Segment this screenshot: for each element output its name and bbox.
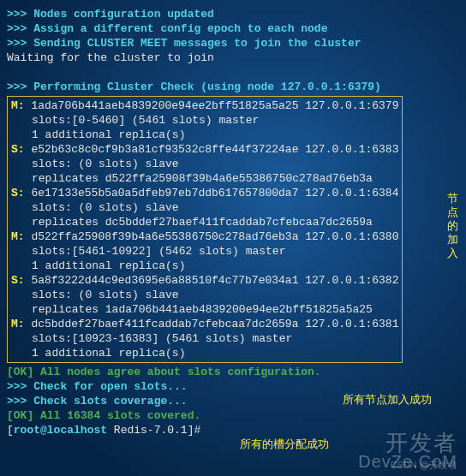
terminal-line <box>7 65 459 80</box>
node-slots: slots: (0 slots) slave <box>11 157 398 171</box>
node-header: M: d522ffa25908f39b4a6e55386750c278ad76e… <box>11 229 398 244</box>
node-header: M: dc5bddef27baef411fcaddab7cfebcaa7dc26… <box>11 317 398 331</box>
terminal-line: >>> Performing Cluster Check (using node… <box>7 80 459 94</box>
annotation-node-join: 节点的加入 <box>447 192 461 260</box>
node-slots: slots:[0-5460] (5461 slots) master <box>11 113 398 128</box>
terminal-line: [OK] All nodes agree about slots configu… <box>7 365 459 379</box>
terminal-preamble: >>> Nodes configuration updated>>> Assig… <box>7 7 459 94</box>
annotation-all-joined: 所有节点加入成功 <box>343 392 432 407</box>
node-slots: slots: (0 slots) slave <box>11 288 398 302</box>
cluster-nodes-box: M: 1ada706b441aeb4839200e94ee2bff51825a5… <box>7 96 403 363</box>
node-header: S: 6e17133e55b5a0a5dfeb97eb7ddb617657800… <box>11 186 398 200</box>
node-header: S: e52b63c8c0cf9b3a81cf93532c8ffe44f3722… <box>11 142 398 157</box>
terminal-line: >>> Sending CLUSTER MEET messages to joi… <box>7 36 459 51</box>
node-header: S: 5a8f3222d44c9ed3695e6a88510f4c77b7e03… <box>11 273 398 288</box>
node-extra: 1 additional replica(s) <box>11 259 398 273</box>
terminal-line: >>> Assign a different config epoch to e… <box>7 21 459 36</box>
node-extra: 1 additional replica(s) <box>11 346 398 360</box>
watermark-big: 开发者 <box>385 436 457 450</box>
node-slots: slots:[5461-10922] (5462 slots) master <box>11 244 398 259</box>
node-slots: slots: (0 slots) slave <box>11 200 398 215</box>
terminal-line: [OK] All 16384 slots covered. <box>7 408 459 423</box>
node-extra: replicates dc5bddef27baef411fcaddab7cfeb… <box>11 215 398 229</box>
annotation-slots-done: 所有的槽分配成功 <box>240 437 329 451</box>
node-extra: replicates 1ada706b441aeb4839200e94ee2bf… <box>11 302 398 317</box>
node-extra: replicates d522ffa25908f39b4a6e55386750c… <box>11 171 398 186</box>
node-slots: slots:[10923-16383] (5461 slots) master <box>11 331 398 346</box>
node-header: M: 1ada706b441aeb4839200e94ee2bff51825a5… <box>11 98 398 113</box>
watermark-csdn: CSDN @开发者 <box>391 458 457 473</box>
node-extra: 1 additional replica(s) <box>11 128 398 142</box>
terminal-line: Waiting for the cluster to join <box>7 51 459 65</box>
terminal-line: >>> Nodes configuration updated <box>7 7 459 21</box>
